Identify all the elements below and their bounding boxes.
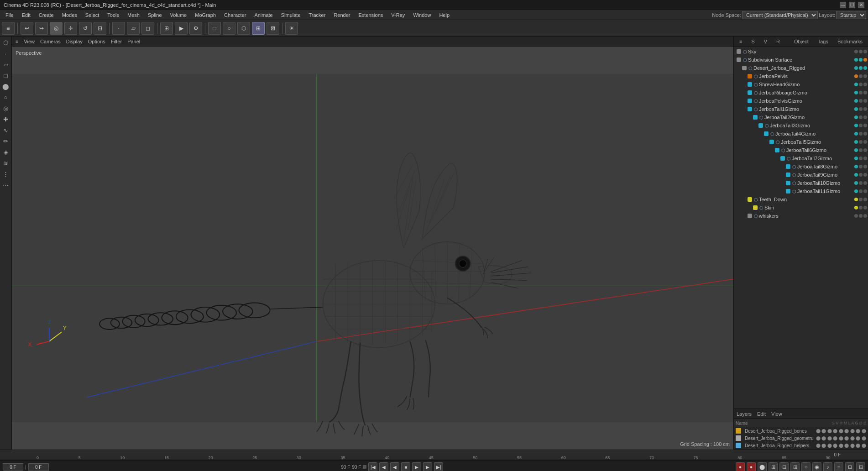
tool-rig[interactable]: ⋯: [1, 180, 11, 190]
object-list-item[interactable]: ⬡JerboaTail4Gizmo: [735, 130, 867, 138]
obj-action-dot[interactable]: [863, 132, 867, 136]
obj-action-dot[interactable]: [854, 198, 858, 201]
object-list-item[interactable]: ⬡JerboaTail11Gizmo: [735, 187, 867, 195]
obj-action-dot[interactable]: [863, 66, 867, 70]
toolbar-settings[interactable]: ⚙: [189, 22, 202, 35]
obj-action-dot[interactable]: [859, 189, 863, 193]
menu-simulate[interactable]: Simulate: [277, 10, 304, 20]
tool-paint[interactable]: ✏: [1, 136, 11, 146]
tool-object[interactable]: ○: [1, 92, 11, 102]
obj-action-dot[interactable]: [859, 58, 863, 62]
panel-tab-tags[interactable]: Tags: [814, 38, 832, 45]
obj-action-dot[interactable]: [863, 148, 867, 152]
obj-action-dot[interactable]: [863, 198, 867, 201]
toolbar-redo[interactable]: ↪: [35, 22, 48, 35]
timeline-ruler[interactable]: 0 5 10 15 20 25 30 35 40 45 50 55 60 65 …: [0, 450, 868, 460]
obj-action-dot[interactable]: [863, 58, 867, 62]
tool-select-model[interactable]: ⬡: [1, 37, 11, 47]
obj-action-dot[interactable]: [859, 91, 863, 94]
obj-action-dot[interactable]: [863, 214, 867, 218]
obj-action-dot[interactable]: [863, 173, 867, 177]
obj-action-dot[interactable]: [863, 157, 867, 160]
toolbar-move[interactable]: ✛: [64, 22, 77, 35]
menu-extensions[interactable]: Extensions: [355, 10, 387, 20]
frame-start-input[interactable]: [3, 463, 23, 471]
obj-action-dot[interactable]: [863, 107, 867, 111]
obj-action-dot[interactable]: [859, 132, 863, 136]
btn-next-frame[interactable]: ▶: [423, 462, 432, 471]
object-list-item[interactable]: ⬡JerboaTail6Gizmo: [735, 146, 867, 154]
minimize-btn[interactable]: —: [840, 2, 846, 8]
obj-action-dot[interactable]: [859, 148, 863, 152]
tool-spline[interactable]: ∿: [1, 125, 11, 135]
btn-last-frame[interactable]: ▶|: [434, 462, 443, 471]
obj-action-dot[interactable]: [854, 206, 858, 209]
tool-axis[interactable]: ✚: [1, 114, 11, 124]
panel-tab-object[interactable]: ≡: [736, 38, 746, 45]
obj-action-dot[interactable]: [859, 198, 863, 201]
tool-sculpt[interactable]: ◈: [1, 147, 11, 157]
obj-action-dot[interactable]: [863, 189, 867, 193]
viewport-menu-cameras[interactable]: Cameras: [40, 39, 61, 44]
obj-action-dot[interactable]: [854, 157, 858, 160]
tool-scene[interactable]: ◎: [1, 103, 11, 113]
obj-action-dot[interactable]: [863, 206, 867, 209]
obj-action-dot[interactable]: [863, 74, 867, 78]
menu-tracker[interactable]: Tracker: [305, 10, 329, 20]
pb-icon-sound[interactable]: ♪: [823, 462, 832, 471]
obj-action-dot[interactable]: [854, 58, 858, 62]
menu-edit[interactable]: Edit: [18, 10, 34, 20]
maximize-btn[interactable]: ❐: [849, 2, 855, 8]
menu-window[interactable]: Window: [409, 10, 434, 20]
viewport-menu-display[interactable]: Display: [66, 39, 83, 44]
menu-mesh[interactable]: Mesh: [124, 10, 143, 20]
obj-action-dot[interactable]: [859, 206, 863, 209]
layers-tab-view[interactable]: View: [771, 411, 782, 417]
obj-action-dot[interactable]: [859, 74, 863, 78]
pb-icon-preview[interactable]: ≡: [834, 462, 843, 471]
window-controls[interactable]: — ❐ ✕: [840, 2, 864, 8]
object-list-item[interactable]: ⬡JerboaTail3Gizmo: [735, 121, 867, 130]
menu-mograph[interactable]: MoGraph: [191, 10, 220, 20]
layers-tab-edit[interactable]: Edit: [757, 411, 766, 417]
menu-modes[interactable]: Modes: [58, 10, 81, 20]
obj-action-dot[interactable]: [863, 181, 867, 185]
toolbar-points[interactable]: ·: [112, 22, 125, 35]
obj-action-dot[interactable]: [859, 99, 863, 103]
obj-action-dot[interactable]: [863, 140, 867, 144]
menu-select[interactable]: Select: [82, 10, 103, 20]
object-list-item[interactable]: ⬡JerboaPelvis: [735, 72, 867, 80]
pb-icon-render[interactable]: ○: [801, 462, 810, 471]
tool-hair[interactable]: ≋: [1, 158, 11, 168]
obj-action-dot[interactable]: [854, 74, 858, 78]
object-list-item[interactable]: ⬡Skin: [735, 204, 867, 212]
toolbar-polygons[interactable]: ◻: [141, 22, 154, 35]
obj-action-dot[interactable]: [854, 107, 858, 111]
obj-action-dot[interactable]: [854, 214, 858, 218]
object-list-item[interactable]: ⬡whiskers: [735, 212, 867, 220]
obj-action-dot[interactable]: [859, 214, 863, 218]
object-list-item[interactable]: ⬡JerboaPelvisGizmo: [735, 97, 867, 105]
toolbar-light[interactable]: ☀: [285, 22, 298, 35]
tool-fx[interactable]: ⋮: [1, 169, 11, 179]
toolbar-render-region[interactable]: ⊞: [160, 22, 173, 35]
close-btn[interactable]: ✕: [858, 2, 864, 8]
object-list-item[interactable]: ⬡JerboaTail8Gizmo: [735, 162, 867, 171]
obj-action-dot[interactable]: [859, 107, 863, 111]
obj-action-dot[interactable]: [863, 124, 867, 127]
menu-animate[interactable]: Animate: [251, 10, 276, 20]
obj-action-dot[interactable]: [863, 83, 867, 86]
menu-tools[interactable]: Tools: [104, 10, 123, 20]
object-list-item[interactable]: ⬡Desert_Jerboa_Rigged: [735, 64, 867, 72]
panel-tab-bookmarks[interactable]: Bookmarks: [834, 38, 866, 45]
obj-action-dot[interactable]: [854, 189, 858, 193]
viewport-menu-view[interactable]: View: [24, 39, 35, 44]
toolbar-live-selection[interactable]: ◎: [50, 22, 63, 35]
obj-action-dot[interactable]: [859, 124, 863, 127]
btn-play-back[interactable]: ◀: [390, 462, 399, 471]
icon-prev-key[interactable]: [363, 465, 366, 469]
menu-render[interactable]: Render: [330, 10, 354, 20]
pb-icon-next[interactable]: ⊞: [790, 462, 800, 471]
pb-icon-key[interactable]: ⬤: [758, 462, 767, 471]
toolbar-circle[interactable]: ○: [223, 22, 235, 35]
